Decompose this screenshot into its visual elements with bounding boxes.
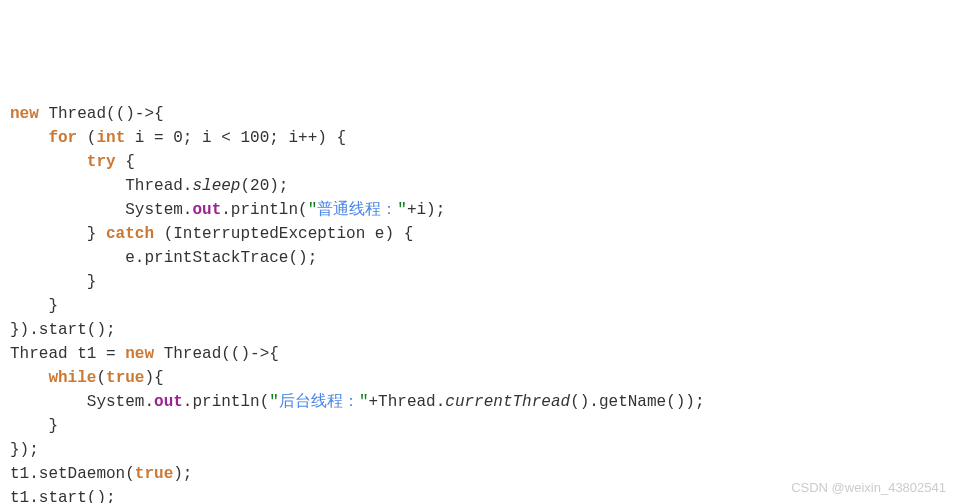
code-line-14: System.out.println("后台线程："+Thread.curren… [10,390,946,414]
keyword-try: try [87,153,116,171]
code-line-13: while(true){ [10,366,946,390]
keyword-int: int [96,129,125,147]
field-out: out [154,393,183,411]
method-currentThread: currentThread [445,393,570,411]
code-line-3: try { [10,150,946,174]
code-line-1: new Thread(()->{ [10,102,946,126]
code-line-10: }).start(); [10,318,946,342]
string-literal: 后台线程： [279,393,359,411]
keyword-new: new [10,105,39,123]
code-line-15: } [10,414,946,438]
keyword-for: for [48,129,77,147]
method-sleep: sleep [192,177,240,195]
code-line-16: }); [10,438,946,462]
keyword-catch: catch [106,225,154,243]
code-line-4: Thread.sleep(20); [10,174,946,198]
code-line-9: } [10,294,946,318]
code-line-8: } [10,270,946,294]
code-line-7: e.printStackTrace(); [10,246,946,270]
keyword-new: new [125,345,154,363]
watermark-text: CSDN @weixin_43802541 [791,478,946,498]
code-line-5: System.out.println("普通线程："+i); [10,198,946,222]
code-block: new Thread(()->{ for (int i = 0; i < 100… [10,102,946,503]
code-line-6: } catch (InterruptedException e) { [10,222,946,246]
keyword-while: while [48,369,96,387]
field-out: out [192,201,221,219]
code-line-2: for (int i = 0; i < 100; i++) { [10,126,946,150]
keyword-true: true [135,465,173,483]
string-literal: 普通线程： [317,201,397,219]
code-line-12: Thread t1 = new Thread(()->{ [10,342,946,366]
keyword-true: true [106,369,144,387]
